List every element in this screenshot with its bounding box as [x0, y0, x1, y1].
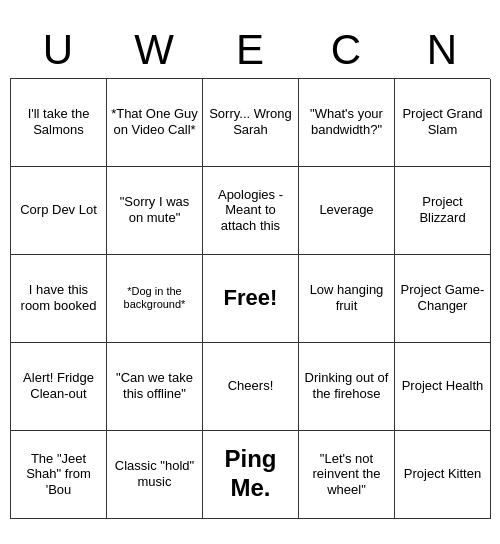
cell-text: Sorry... Wrong Sarah — [207, 106, 294, 137]
cell-text: "Let's not reinvent the wheel" — [303, 451, 390, 498]
bingo-cell[interactable]: The "Jeet Shah" from 'Bou — [11, 431, 107, 519]
bingo-cell[interactable]: Free! — [203, 255, 299, 343]
bingo-cell[interactable]: Cheers! — [203, 343, 299, 431]
cell-text: Ping Me. — [207, 445, 294, 503]
header-letter: C — [302, 26, 390, 74]
cell-text: Apologies - Meant to attach this — [207, 187, 294, 234]
bingo-cell[interactable]: "Let's not reinvent the wheel" — [299, 431, 395, 519]
cell-text: Leverage — [319, 202, 373, 218]
bingo-cell[interactable]: Sorry... Wrong Sarah — [203, 79, 299, 167]
cell-text: *That One Guy on Video Call* — [111, 106, 198, 137]
header-letter: U — [14, 26, 102, 74]
bingo-header: UWECN — [10, 26, 490, 74]
bingo-cell[interactable]: Project Grand Slam — [395, 79, 491, 167]
cell-text: Alert! Fridge Clean-out — [15, 370, 102, 401]
bingo-cell[interactable]: Apologies - Meant to attach this — [203, 167, 299, 255]
cell-text: Project Game-Changer — [399, 282, 486, 313]
bingo-cell[interactable]: Ping Me. — [203, 431, 299, 519]
bingo-cell[interactable]: Project Blizzard — [395, 167, 491, 255]
bingo-cell[interactable]: *Dog in the background* — [107, 255, 203, 343]
cell-text: Drinking out of the firehose — [303, 370, 390, 401]
bingo-cell[interactable]: Project Game-Changer — [395, 255, 491, 343]
cell-text: Cheers! — [228, 378, 274, 394]
cell-text: Corp Dev Lot — [20, 202, 97, 218]
bingo-cell[interactable]: I have this room booked — [11, 255, 107, 343]
bingo-cell[interactable]: I'll take the Salmons — [11, 79, 107, 167]
cell-text: Low hanging fruit — [303, 282, 390, 313]
cell-text: Project Grand Slam — [399, 106, 486, 137]
cell-text: *Dog in the background* — [111, 285, 198, 311]
cell-text: Free! — [224, 285, 278, 311]
bingo-cell[interactable]: "What's your bandwidth?" — [299, 79, 395, 167]
bingo-cell[interactable]: Corp Dev Lot — [11, 167, 107, 255]
bingo-cell[interactable]: Alert! Fridge Clean-out — [11, 343, 107, 431]
header-letter: W — [110, 26, 198, 74]
bingo-grid: I'll take the Salmons*That One Guy on Vi… — [10, 78, 490, 519]
cell-text: "Sorry I was on mute" — [111, 194, 198, 225]
cell-text: Project Blizzard — [399, 194, 486, 225]
cell-text: Project Health — [402, 378, 484, 394]
cell-text: Classic "hold" music — [111, 458, 198, 489]
cell-text: The "Jeet Shah" from 'Bou — [15, 451, 102, 498]
bingo-cell[interactable]: Project Kitten — [395, 431, 491, 519]
cell-text: I'll take the Salmons — [15, 106, 102, 137]
bingo-cell[interactable]: *That One Guy on Video Call* — [107, 79, 203, 167]
bingo-cell[interactable]: Classic "hold" music — [107, 431, 203, 519]
bingo-cell[interactable]: Leverage — [299, 167, 395, 255]
header-letter: E — [206, 26, 294, 74]
bingo-cell[interactable]: Drinking out of the firehose — [299, 343, 395, 431]
cell-text: "Can we take this offline" — [111, 370, 198, 401]
bingo-cell[interactable]: Low hanging fruit — [299, 255, 395, 343]
bingo-cell[interactable]: Project Health — [395, 343, 491, 431]
header-letter: N — [398, 26, 486, 74]
bingo-cell[interactable]: "Can we take this offline" — [107, 343, 203, 431]
cell-text: Project Kitten — [404, 466, 481, 482]
cell-text: I have this room booked — [15, 282, 102, 313]
cell-text: "What's your bandwidth?" — [303, 106, 390, 137]
bingo-cell[interactable]: "Sorry I was on mute" — [107, 167, 203, 255]
bingo-card: UWECN I'll take the Salmons*That One Guy… — [10, 26, 490, 519]
